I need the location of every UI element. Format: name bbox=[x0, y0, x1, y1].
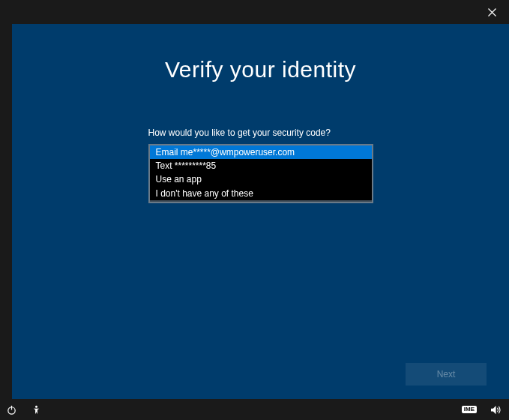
option-none[interactable]: I don't have any of these bbox=[150, 187, 372, 200]
option-email[interactable]: Email me*****@wmpoweruser.com bbox=[150, 146, 372, 159]
ease-of-access-icon[interactable] bbox=[31, 404, 42, 416]
next-button[interactable]: Next bbox=[406, 363, 487, 386]
close-icon bbox=[488, 8, 496, 16]
page-title: Verify your identity bbox=[12, 57, 509, 82]
close-button[interactable] bbox=[475, 0, 509, 24]
option-app[interactable]: Use an app bbox=[150, 172, 372, 186]
dropdown-scrollbar bbox=[150, 200, 372, 202]
taskbar: IME bbox=[0, 399, 509, 420]
option-text[interactable]: Text *********85 bbox=[150, 159, 372, 172]
titlebar bbox=[0, 0, 509, 24]
verify-content: How would you like to get your security … bbox=[148, 128, 373, 203]
main-panel: Verify your identity How would you like … bbox=[12, 24, 509, 399]
taskbar-left bbox=[6, 404, 42, 416]
svg-point-2 bbox=[35, 405, 37, 407]
volume-icon[interactable] bbox=[490, 404, 503, 416]
ime-indicator[interactable]: IME bbox=[462, 406, 477, 413]
taskbar-right: IME bbox=[462, 404, 503, 416]
power-icon[interactable] bbox=[6, 404, 17, 416]
ime-badge: IME bbox=[462, 406, 477, 413]
security-code-prompt: How would you like to get your security … bbox=[148, 128, 373, 138]
security-code-method-select[interactable]: Email me*****@wmpoweruser.com Text *****… bbox=[148, 144, 373, 203]
